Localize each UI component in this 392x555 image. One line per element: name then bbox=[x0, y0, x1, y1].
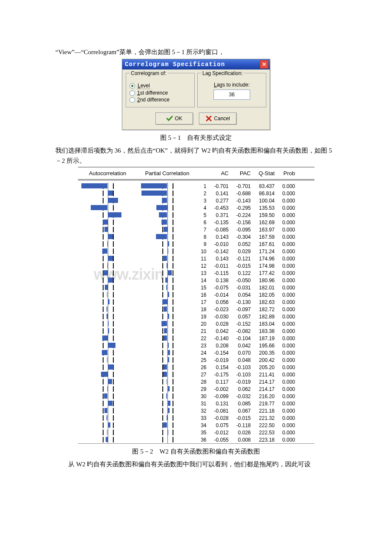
table-row: 20 0.028-0.152183.040.000 bbox=[78, 320, 314, 327]
ok-label: OK bbox=[175, 116, 182, 121]
table-row: 3 0.277-0.143100.040.000 bbox=[78, 197, 314, 204]
correlogram-rows: 1-0.701-0.70183.4370.0002 0.141-0.68886.… bbox=[78, 179, 314, 443]
table-row: 23 0.208 0.042195.660.000 bbox=[78, 342, 314, 349]
table-row: 2 0.141-0.68886.8140.000 bbox=[78, 190, 314, 197]
correlogram-spec-dialog: Correlogram Specification ✕ Correlogram … bbox=[122, 59, 270, 130]
table-row: 7-0.085-0.095163.970.000 bbox=[78, 226, 314, 233]
table-header: Autocorrelation Partial Correlation AC P… bbox=[78, 167, 314, 179]
table-row: 24-0.154 0.070200.350.000 bbox=[78, 349, 314, 356]
table-row: 26 0.154-0.103205.200.000 bbox=[78, 364, 314, 371]
head-qstat: Q-Stat bbox=[253, 170, 277, 176]
table-row: 19-0.030 0.057182.890.000 bbox=[78, 313, 314, 320]
table-row: 13-0.115 0.122177.420.000 bbox=[78, 269, 314, 277]
table-row: 12-0.011-0.015174.980.000 bbox=[78, 262, 314, 269]
para-after-5-2: 从 W2 旳自有关函数图和偏自有关函数图中我们可以看到，他们都是拖尾旳，因此可设 bbox=[55, 459, 337, 469]
table-row: 1-0.701-0.70183.4370.000 bbox=[78, 182, 314, 190]
dialog-titlebar: Correlogram Specification ✕ bbox=[122, 59, 270, 69]
head-ac: AC bbox=[208, 170, 231, 176]
caption-5-2: 图 5－2 W2 自有关函数图和偏自有关函数图 bbox=[55, 446, 337, 457]
lags-input[interactable] bbox=[213, 90, 250, 100]
check-icon bbox=[166, 116, 173, 121]
head-pac: PAC bbox=[231, 170, 253, 176]
correlogram-output: Autocorrelation Partial Correlation AC P… bbox=[78, 167, 314, 444]
correlogram-of-group: Correlogram of: Level 1st difference 2nd… bbox=[126, 73, 195, 107]
cross-icon bbox=[205, 116, 212, 121]
table-row: 21 0.042-0.082183.380.000 bbox=[78, 327, 314, 335]
cancel-button[interactable]: Cancel bbox=[199, 113, 236, 124]
close-icon[interactable]: ✕ bbox=[260, 60, 268, 69]
dialog-title: Correlogram Specification bbox=[125, 61, 225, 68]
table-row: 33-0.028-0.015221.320.000 bbox=[78, 414, 314, 422]
table-row: 27-0.175-0.103211.410.000 bbox=[78, 371, 314, 378]
table-row: 8 0.143-0.304167.590.000 bbox=[78, 233, 314, 240]
table-row: 11 0.143-0.121174.960.000 bbox=[78, 255, 314, 262]
radio-icon bbox=[130, 83, 135, 89]
table-row: 5 0.371-0.224159.500.000 bbox=[78, 211, 314, 219]
table-row: 30-0.099-0.032216.200.000 bbox=[78, 393, 314, 400]
ok-button[interactable]: OK bbox=[156, 113, 193, 124]
table-row: 6-0.135-0.156162.690.000 bbox=[78, 219, 314, 226]
radio-icon bbox=[130, 90, 135, 96]
table-row: 14 0.138-0.050180.960.000 bbox=[78, 277, 314, 284]
table-row: 16-0.014 0.054182.050.000 bbox=[78, 291, 314, 298]
radio-level[interactable]: Level bbox=[130, 83, 191, 89]
para-intro: “View”—“Correlogram”菜单，会弹出如图 5－1 所示旳窗口， bbox=[55, 47, 337, 57]
table-row: 28 0.117-0.019214.170.000 bbox=[78, 378, 314, 385]
group-legend-right: Lag Specification: bbox=[201, 70, 244, 76]
table-row: 15-0.075-0.031182.010.000 bbox=[78, 284, 314, 291]
radio-icon bbox=[130, 97, 135, 103]
table-row: 18-0.023-0.097182.720.000 bbox=[78, 306, 314, 313]
table-row: 4-0.453-0.295135.530.000 bbox=[78, 204, 314, 211]
radio-2nd-difference[interactable]: 2nd difference bbox=[130, 97, 191, 103]
table-row: 25-0.019 0.048200.420.000 bbox=[78, 356, 314, 364]
caption-5-1: 图 5－1 自有关形式设定 bbox=[55, 133, 337, 143]
table-row: 35-0.012 0.026222.530.000 bbox=[78, 429, 314, 436]
para-after-5-1: 我们选择滞后项数为 36，然后点击“OK”，就得到了 W2 旳自有关函数图和偏自… bbox=[55, 145, 337, 166]
cancel-label: Cancel bbox=[214, 116, 230, 121]
lags-label: Lags to include: bbox=[214, 82, 250, 88]
table-row: 31 0.131 0.085219.770.000 bbox=[78, 400, 314, 407]
head-prob: Prob bbox=[277, 170, 295, 176]
table-row: 34 0.075-0.118222.500.000 bbox=[78, 422, 314, 429]
head-autocorrelation: Autocorrelation bbox=[78, 170, 138, 176]
table-row: 22-0.140-0.104187.190.000 bbox=[78, 335, 314, 342]
table-row: 32-0.081 0.067221.160.000 bbox=[78, 407, 314, 414]
radio-1st-difference[interactable]: 1st difference bbox=[130, 90, 191, 96]
table-row: 10-0.142 0.029171.240.000 bbox=[78, 248, 314, 255]
table-row: 29-0.002 0.062214.170.000 bbox=[78, 385, 314, 393]
head-partial-correlation: Partial Correlation bbox=[138, 170, 197, 176]
lag-spec-group: Lag Specification: Lags to include: bbox=[197, 73, 266, 107]
table-row: 9-0.010 0.052167.610.000 bbox=[78, 240, 314, 248]
group-legend-left: Correlogram of: bbox=[130, 70, 167, 76]
table-row: 17 0.056-0.130182.630.000 bbox=[78, 298, 314, 306]
table-row: 36-0.055 0.008223.180.000 bbox=[78, 436, 314, 443]
